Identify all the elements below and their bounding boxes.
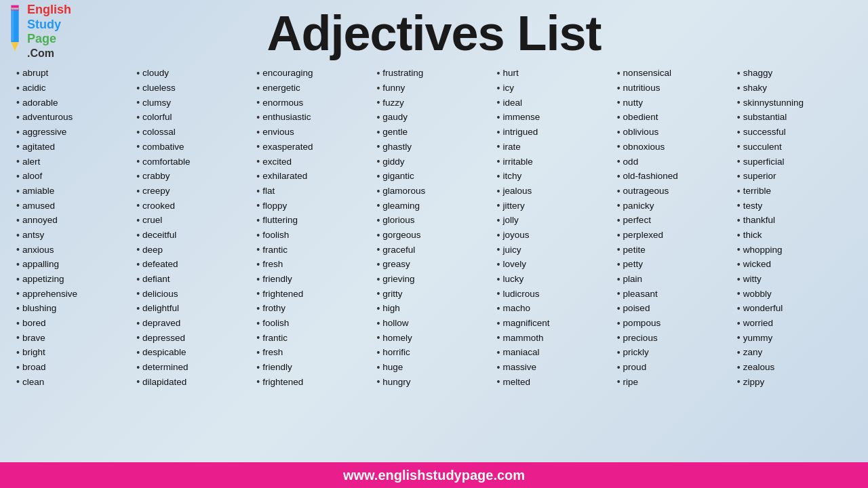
list-item: gorgeous — [376, 228, 491, 243]
list-item: funny — [376, 81, 491, 96]
list-item: plain — [617, 272, 732, 287]
list-item: horrific — [376, 346, 491, 361]
list-item: intrigued — [497, 125, 612, 140]
list-item: gentle — [376, 125, 491, 140]
list-item: icy — [497, 81, 612, 96]
list-item: frightened — [256, 287, 371, 302]
list-item: obnoxious — [617, 140, 732, 155]
list-item: floppy — [256, 199, 371, 214]
list-item: appetizing — [16, 272, 131, 287]
list-item: skinnystunning — [737, 96, 852, 110]
list-item: comfortable — [136, 155, 251, 169]
list-item: bored — [16, 317, 131, 331]
list-item: panicky — [617, 199, 732, 214]
list-item: agitated — [16, 140, 131, 155]
list-item: blushing — [16, 302, 131, 317]
list-item: acidic — [16, 81, 131, 96]
list-item: zany — [737, 346, 852, 361]
list-item: glorious — [376, 214, 491, 228]
list-item: apprehensive — [16, 287, 131, 302]
list-item: combative — [136, 140, 251, 155]
list-item: nutritious — [617, 81, 732, 96]
list-item: thick — [737, 228, 852, 243]
list-item: hungry — [376, 375, 491, 390]
list-item: shaggy — [737, 66, 852, 81]
list-item: obedient — [617, 110, 732, 125]
list-item: delightful — [136, 302, 251, 317]
list-item: clean — [16, 375, 131, 390]
list-item: yummy — [737, 331, 852, 346]
list-item: foolish — [256, 228, 371, 243]
list-item: juicy — [497, 243, 612, 258]
adjectives-content: abruptacidicadorableadventurousaggressiv… — [0, 64, 868, 390]
list-item: enthusiastic — [256, 110, 371, 125]
list-item: exhilarated — [256, 169, 371, 184]
logo-text: English Study Page .Com — [27, 3, 71, 60]
list-item: energetic — [256, 81, 371, 96]
list-item: irate — [497, 140, 612, 155]
list-item: thankful — [737, 214, 852, 228]
list-item: maniacal — [497, 346, 612, 361]
list-item: wobbly — [737, 287, 852, 302]
list-item: superior — [737, 169, 852, 184]
list-item: brave — [16, 331, 131, 346]
list-item: frightened — [256, 375, 371, 390]
list-item: cruel — [136, 214, 251, 228]
list-item: greasy — [376, 258, 491, 272]
list-item: ludicrous — [497, 287, 612, 302]
list-item: ideal — [497, 96, 612, 110]
list-item: superficial — [737, 155, 852, 169]
list-item: odd — [617, 155, 732, 169]
svg-rect-4 — [12, 10, 14, 41]
list-item: outrageous — [617, 184, 732, 199]
list-item: clueless — [136, 81, 251, 96]
list-item: crooked — [136, 199, 251, 214]
list-item: friendly — [256, 272, 371, 287]
list-item: encouraging — [256, 66, 371, 81]
list-item: jolly — [497, 214, 612, 228]
list-item: magnificent — [497, 317, 612, 331]
list-item: colorful — [136, 110, 251, 125]
list-item: pompous — [617, 317, 732, 331]
column-3: encouragingenergeticenormousenthusiastic… — [254, 66, 374, 390]
list-item: glamorous — [376, 184, 491, 199]
list-item: whopping — [737, 243, 852, 258]
list-item: massive — [497, 361, 612, 375]
list-item: appalling — [16, 258, 131, 272]
list-item: bright — [16, 346, 131, 361]
list-item: shaky — [737, 81, 852, 96]
list-item: defiant — [136, 272, 251, 287]
list-item: amused — [16, 199, 131, 214]
list-item: fluttering — [256, 214, 371, 228]
list-item: irritable — [497, 155, 612, 169]
list-item: perfect — [617, 214, 732, 228]
list-item: testy — [737, 199, 852, 214]
list-item: giddy — [376, 155, 491, 169]
list-item: terrible — [737, 184, 852, 199]
list-item: lucky — [497, 272, 612, 287]
list-item: zippy — [737, 375, 852, 390]
list-item: substantial — [737, 110, 852, 125]
list-item: frantic — [256, 243, 371, 258]
column-1: abruptacidicadorableadventurousaggressiv… — [14, 66, 134, 390]
list-item: creepy — [136, 184, 251, 199]
list-item: delicious — [136, 287, 251, 302]
list-item: gritty — [376, 287, 491, 302]
list-item: determined — [136, 361, 251, 375]
list-item: poised — [617, 302, 732, 317]
logo-area: English Study Page .Com — [5, 1, 71, 60]
column-2: cloudycluelessclumsycolorfulcolossalcomb… — [134, 66, 254, 390]
svg-marker-1 — [11, 42, 18, 51]
list-item: fresh — [256, 346, 371, 361]
list-item: deceitful — [136, 228, 251, 243]
list-item: jittery — [497, 199, 612, 214]
list-item: worried — [737, 317, 852, 331]
list-item: cloudy — [136, 66, 251, 81]
list-item: abrupt — [16, 66, 131, 81]
list-item: joyous — [497, 228, 612, 243]
list-item: macho — [497, 302, 612, 317]
list-item: lovely — [497, 258, 612, 272]
list-item: mammoth — [497, 331, 612, 346]
list-item: ripe — [617, 375, 732, 390]
list-item: nonsensical — [617, 66, 732, 81]
